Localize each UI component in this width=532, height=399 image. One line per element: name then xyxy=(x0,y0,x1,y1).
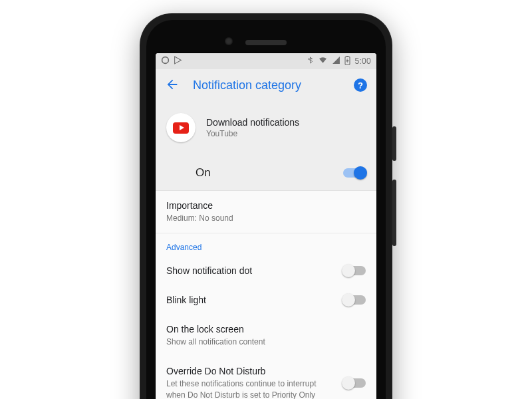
wifi-icon xyxy=(318,56,328,66)
front-camera xyxy=(225,37,233,45)
dnd-subtitle: Let these notifications continue to inte… xyxy=(166,378,319,399)
channel-title: Download notifications xyxy=(206,117,299,128)
lock-screen-value: Show all notification content xyxy=(166,336,319,347)
master-toggle-label: On xyxy=(196,166,343,180)
importance-row[interactable]: Importance Medium: No sound xyxy=(156,191,376,233)
youtube-app-icon xyxy=(166,113,196,142)
importance-label: Importance xyxy=(166,200,366,211)
lock-screen-row[interactable]: On the lock screen Show all notification… xyxy=(156,315,376,356)
blink-label: Blink light xyxy=(166,295,343,305)
device-frame: 5:00 Notification category ? xyxy=(140,13,392,399)
screen: 5:00 Notification category ? xyxy=(156,53,376,399)
status-clock: 5:00 xyxy=(354,57,371,66)
channel-app-name: YouTube xyxy=(206,129,299,138)
play-store-icon xyxy=(174,56,182,66)
help-icon[interactable]: ? xyxy=(354,78,367,92)
circle-icon xyxy=(161,56,170,66)
show-dot-row[interactable]: Show notification dot xyxy=(156,256,376,285)
show-dot-label: Show notification dot xyxy=(166,265,343,276)
status-bar: 5:00 xyxy=(156,53,376,69)
speaker-grille xyxy=(245,40,287,45)
battery-icon xyxy=(344,56,350,67)
master-toggle-row[interactable]: On xyxy=(156,157,376,191)
svg-rect-2 xyxy=(347,56,349,57)
svg-point-0 xyxy=(162,57,169,64)
volume-rocker xyxy=(392,180,396,246)
master-switch[interactable] xyxy=(343,168,366,178)
channel-header: Download notifications YouTube xyxy=(156,101,376,157)
importance-value: Medium: No sound xyxy=(166,213,319,223)
blink-row[interactable]: Blink light xyxy=(156,285,376,315)
blink-switch[interactable] xyxy=(343,295,366,305)
signal-icon xyxy=(332,56,340,66)
section-advanced: Advanced xyxy=(156,233,376,256)
app-bar: Notification category ? xyxy=(156,69,376,101)
lock-screen-label: On the lock screen xyxy=(166,324,366,334)
dnd-label: Override Do Not Disturb xyxy=(166,366,343,376)
bluetooth-icon xyxy=(307,56,314,66)
power-button xyxy=(392,126,396,161)
dnd-row[interactable]: Override Do Not Disturb Let these notifi… xyxy=(156,356,376,399)
page-title: Notification category xyxy=(193,78,340,92)
back-icon[interactable] xyxy=(165,77,180,94)
dnd-switch[interactable] xyxy=(343,378,366,388)
show-dot-switch[interactable] xyxy=(343,266,366,275)
